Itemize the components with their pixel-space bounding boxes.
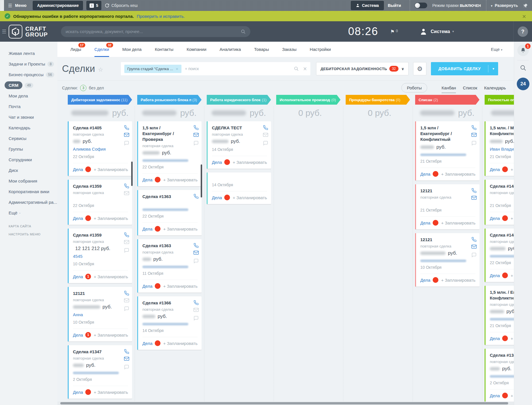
phone-icon[interactable]	[263, 125, 268, 130]
tab-more[interactable]: Еще ▾	[491, 47, 502, 52]
deals-link[interactable]: Дела	[212, 195, 230, 200]
logout-button[interactable]: Выйти	[388, 3, 401, 8]
notifications-bell-button[interactable]: 1	[517, 45, 529, 56]
deals-link[interactable]: Дела	[490, 393, 508, 398]
sidebar-item-13[interactable]: Корпоративная вики -	[0, 186, 57, 197]
phone-icon[interactable]	[471, 237, 477, 242]
deals-link[interactable]: Дела	[212, 159, 230, 165]
kanban-column-header[interactable]: Работа юридического блока ... (1)	[207, 95, 271, 105]
help-button[interactable]: ?	[518, 26, 528, 37]
add-deal-caret-icon[interactable]: ▾	[488, 67, 498, 71]
chat-icon[interactable]	[124, 141, 129, 146]
administration-button[interactable]: Администрирование	[33, 1, 83, 10]
phone-icon[interactable]	[194, 243, 199, 248]
deals-link[interactable]: Дела	[490, 166, 508, 172]
rail-search-icon[interactable]	[520, 64, 527, 71]
deal-card-1-1[interactable]: Сделка #1363 22 Октября Дела + Запланиро…	[137, 190, 202, 235]
phone-icon[interactable]	[194, 300, 199, 305]
mail-icon[interactable]	[471, 133, 477, 138]
plan-activity-link[interactable]: + Запланировать	[94, 167, 128, 172]
sidebar-item-7[interactable]: Календарь -	[0, 122, 57, 133]
current-user-menu[interactable]: Система ▾	[420, 28, 454, 35]
chat-icon[interactable]	[194, 316, 199, 321]
plan-activity-link[interactable]: + Запланировать	[94, 333, 128, 337]
search-icon[interactable]	[241, 29, 246, 34]
deals-link[interactable]: Дела	[420, 220, 438, 226]
deal-title[interactable]: Сделка #1408	[490, 232, 514, 238]
tab-6[interactable]: Товары	[254, 42, 269, 57]
deal-card-6-1[interactable]: Сделка #1408 повторная сделка 21 Октября…	[485, 180, 514, 225]
sidebar-item-3[interactable]: CRM 49 -	[0, 80, 57, 91]
tab-4[interactable]: Компании	[187, 42, 206, 57]
plan-activity-link[interactable]: + Запланировать	[163, 177, 198, 182]
rail-counter-badge[interactable]: 24	[517, 78, 529, 90]
kanban-column-header[interactable]: Списан (2)	[415, 95, 479, 105]
plan-activity-link[interactable]: + Запланировать	[511, 393, 514, 398]
sidebar-item-2[interactable]: Бизнес-процессы 56 -	[0, 69, 57, 80]
deal-title[interactable]: СДЕЛКА ТЕСТ	[212, 125, 267, 131]
chat-icon[interactable]	[263, 141, 268, 146]
deal-title[interactable]: 12121	[420, 188, 475, 194]
deal-title[interactable]: Сделка #1348	[490, 352, 514, 358]
mail-icon[interactable]	[124, 298, 129, 304]
deal-card-1-0[interactable]: 1,5 млн / Екатеринбург / Проверка повтор…	[137, 121, 202, 186]
plan-activity-link[interactable]: + Запланировать	[94, 390, 128, 395]
filter-search-icon[interactable]	[294, 66, 299, 71]
kanban-column-header[interactable]: Работа розыскного блока по ... (3)	[137, 95, 202, 105]
chat-icon[interactable]	[471, 252, 477, 258]
deals-link[interactable]: Дела 1	[73, 332, 91, 338]
deal-card-5-1[interactable]: 12121 повторная сделка 21 Октября Дела +…	[415, 184, 479, 229]
mail-icon[interactable]	[124, 191, 129, 196]
alert-close-icon[interactable]: ×	[522, 13, 526, 19]
chat-icon[interactable]	[124, 364, 129, 370]
filter-search-placeholder[interactable]: + поиск	[185, 66, 294, 71]
mail-icon[interactable]	[471, 245, 477, 250]
plan-activity-link[interactable]: + Запланировать	[163, 284, 198, 289]
chip-close-icon[interactable]: ×	[175, 67, 179, 71]
flag-counter[interactable]: ⚑ 0	[390, 29, 398, 34]
deal-title[interactable]: Сделка #1363	[142, 243, 198, 249]
phone-icon[interactable]	[124, 291, 129, 296]
mail-icon[interactable]	[194, 251, 199, 256]
chat-icon[interactable]	[124, 248, 129, 253]
plan-activity-link[interactable]: + Запланировать	[94, 274, 128, 279]
filter-chip[interactable]: Группа стадий "Сделка ... ×	[124, 65, 181, 73]
header-hamburger-icon[interactable]: ☰	[2, 28, 6, 34]
tab-1[interactable]: Сделки 32	[94, 42, 109, 57]
horizontal-scrollbar-track[interactable]	[57, 402, 514, 405]
plan-activity-link[interactable]: + Запланировать	[511, 273, 514, 278]
filter-search-box[interactable]: Группа стадий "Сделка ... × + поиск ×	[121, 62, 310, 75]
deals-link[interactable]: Дела	[490, 335, 508, 341]
tab-2[interactable]: Мои дела	[122, 42, 142, 57]
deal-contact-link[interactable]: Иван Владими	[490, 147, 514, 151]
tab-3[interactable]: Контакты	[155, 42, 173, 57]
deal-card-6-2[interactable]: Сделка #1408 повторная сделка руб. 22 Ок…	[485, 229, 514, 282]
pin-icon[interactable]	[523, 3, 528, 8]
sidebar-item-10[interactable]: Сотрудники -	[0, 154, 57, 165]
deal-card-6-0[interactable]: 1,5 млн. / Мос Конфликтный руб. Иван Вла…	[485, 121, 514, 176]
deal-title[interactable]: Сделка #1408	[490, 183, 514, 189]
deals-link[interactable]: Дела	[142, 283, 160, 289]
deals-link[interactable]: Дела	[142, 340, 160, 346]
deal-card-0-4[interactable]: Сделка #1347 повторная сделка руб. 2 Окт…	[68, 345, 132, 399]
mail-icon[interactable]	[263, 133, 268, 138]
deal-contact-link[interactable]: Анна	[73, 312, 128, 317]
chat-icon[interactable]	[194, 141, 199, 146]
deals-link[interactable]: Дела	[142, 177, 160, 183]
admin-notifications-button[interactable]: i 5	[86, 1, 101, 10]
expand-button[interactable]: ▾ Развернуть	[491, 3, 518, 8]
deal-card-2-0[interactable]: СДЕЛКА ТЕСТ повторная сделка руб. 14 Окт…	[207, 121, 271, 169]
sidebar-item-0[interactable]: Живая лента -	[0, 48, 57, 59]
tab-5[interactable]: Аналитика	[220, 42, 241, 57]
column-scrollbar[interactable]	[131, 162, 133, 186]
plan-activity-link[interactable]: + Запланировать	[441, 220, 475, 225]
kanban-column-header[interactable]: Дебиторская задолженность (11)	[68, 95, 132, 105]
deal-card-0-3[interactable]: 12121 повторная сделка руб. Анна 10 Октя…	[68, 287, 132, 341]
deal-title[interactable]: 1,5 млн / Екатеринбург / Конфликтный	[420, 125, 475, 142]
deal-contact-link[interactable]: 4545	[73, 254, 128, 259]
mail-icon[interactable]	[194, 308, 199, 313]
deals-link[interactable]: Дела	[73, 389, 91, 395]
deal-title[interactable]: 1,5 млн. / Екат Конфликтный	[490, 289, 514, 301]
settings-gear-button[interactable]: ⚙	[413, 62, 426, 75]
phone-icon[interactable]	[471, 188, 477, 193]
